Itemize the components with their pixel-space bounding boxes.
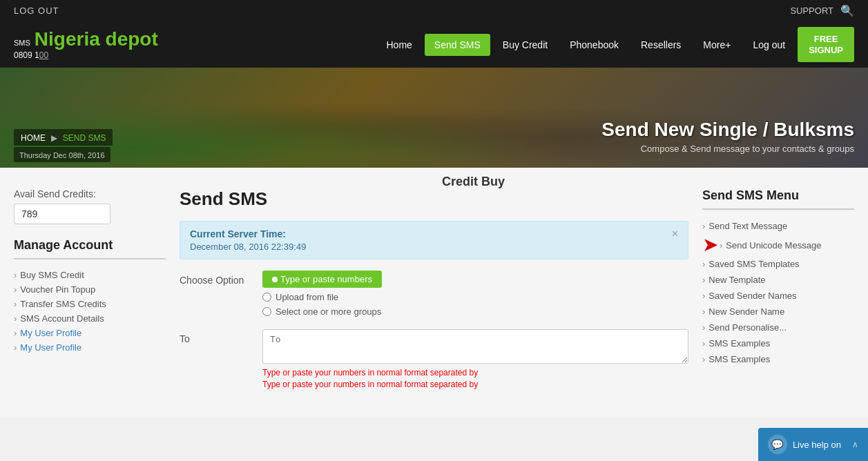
sidebar-link-voucher[interactable]: Voucher Pin Topup <box>14 282 166 297</box>
breadcrumb-separator: ▶ <box>51 133 57 143</box>
menu-saved-templates[interactable]: Saved SMS Templates <box>702 256 854 272</box>
form-title: Send SMS <box>180 188 688 210</box>
menu-new-template[interactable]: New Template <box>702 272 854 288</box>
option-type-paste[interactable]: Type or paste numbers <box>262 271 688 288</box>
sidebar-link-transfer[interactable]: Transfer SMS Credits <box>14 297 166 311</box>
type-paste-label: Type or paste numbers <box>280 274 372 284</box>
to-row: To Type or paste your numbers in normal … <box>180 329 688 389</box>
radio-dot <box>272 277 278 282</box>
sidebar: Avail Send Credits: Manage Account Buy S… <box>14 188 166 398</box>
logo-sms: SMS <box>14 39 30 47</box>
current-date: Thursday Dec 08th, 2016 <box>19 151 105 159</box>
menu-saved-sender-names[interactable]: Saved Sender Names <box>702 288 854 304</box>
nav-logout[interactable]: Log out <box>743 34 795 56</box>
nav-send-sms[interactable]: Send SMS <box>425 34 490 56</box>
logo-area: SMS Nigeria depot 0809 100 <box>14 30 158 60</box>
server-time-box: Current Server Time: December 08, 2016 2… <box>180 221 688 259</box>
choose-option-controls: Type or paste numbers Upload from file S… <box>262 271 688 321</box>
server-time-value: December 08, 2016 22:39:49 <box>190 242 306 252</box>
manage-divider <box>14 258 166 259</box>
manage-account-section: Manage Account Buy SMS Credit Voucher Pi… <box>14 238 166 355</box>
sidebar-link-buy-sms[interactable]: Buy SMS Credit <box>14 268 166 282</box>
nav-resellers[interactable]: Resellers <box>631 34 691 56</box>
choose-option-row: Choose Option Type or paste numbers Uplo… <box>180 271 688 321</box>
manage-account-title: Manage Account <box>14 238 166 253</box>
hero-banner: HOME ▶ SEND SMS Thursday Dec 08th, 2016 … <box>0 68 868 168</box>
sidebar-link-account[interactable]: SMS Account Details <box>14 311 166 326</box>
option-upload-file[interactable]: Upload from file <box>262 292 688 302</box>
to-controls: Type or paste your numbers in normal for… <box>262 329 688 389</box>
header-main: SMS Nigeria depot 0809 100 Home Send SMS… <box>0 21 868 68</box>
logo-text[interactable]: Nigeria depot <box>35 30 158 49</box>
radio-upload[interactable] <box>262 293 271 302</box>
menu-send-unicode[interactable]: Send Unicode Message <box>720 237 821 253</box>
hero-subtitle: Compose & Send message to your contacts … <box>601 144 854 154</box>
nav-phonebook[interactable]: Phonebook <box>560 34 628 56</box>
radio-groups[interactable] <box>262 307 271 316</box>
menu-sms-examples-2[interactable]: SMS Examples <box>702 351 854 367</box>
credits-box: Avail Send Credits: <box>14 188 166 224</box>
send-unicode-row: ➤ Send Unicode Message <box>702 235 854 255</box>
type-paste-button[interactable]: Type or paste numbers <box>262 271 382 288</box>
menu-send-personalised[interactable]: Send Personalise... <box>702 320 854 335</box>
credit-buy-label: Credit Buy <box>442 175 505 189</box>
credits-label: Avail Send Credits: <box>14 188 166 199</box>
menu-new-sender-name[interactable]: New Sender Name <box>702 304 854 320</box>
breadcrumb-home[interactable]: HOME <box>21 133 46 143</box>
groups-label: Select one or more groups <box>276 306 381 317</box>
nav-home[interactable]: Home <box>377 34 422 56</box>
logo-phone: 0809 100 <box>14 50 158 60</box>
menu-send-text[interactable]: Send Text Message <box>702 218 854 234</box>
sidebar-link-profile-2[interactable]: My User Profile <box>14 340 166 355</box>
date-bar: Thursday Dec 08th, 2016 <box>14 147 110 162</box>
breadcrumb-current: SEND SMS <box>63 133 106 143</box>
server-time-label: Current Server Time: <box>190 228 306 239</box>
to-input[interactable] <box>262 329 688 364</box>
choose-option-label: Choose Option <box>180 271 262 286</box>
hero-title: Send New Single / Bulksms <box>601 119 854 141</box>
nav-buy-credit[interactable]: Buy Credit <box>493 34 557 56</box>
right-menu-title: Send SMS Menu <box>702 188 854 203</box>
form-area: Send SMS Current Server Time: December 0… <box>180 188 688 398</box>
server-time-close-button[interactable]: × <box>672 228 678 239</box>
nav-more[interactable]: More+ <box>693 34 740 56</box>
main-content: Avail Send Credits: Manage Account Buy S… <box>0 168 868 418</box>
sidebar-link-profile-1[interactable]: My User Profile <box>14 326 166 340</box>
right-menu-divider <box>702 208 854 210</box>
header-top: LOG OUT SUPPORT 🔍 <box>0 0 868 21</box>
right-menu: Send SMS Menu Send Text Message ➤ Send U… <box>702 188 854 398</box>
nav-free-signup[interactable]: FREESIGNUP <box>798 27 854 62</box>
red-arrow-icon: ➤ <box>702 235 718 255</box>
option-select-groups[interactable]: Select one or more groups <box>262 306 688 317</box>
logout-link[interactable]: LOG OUT <box>14 6 59 16</box>
search-icon-button[interactable]: 🔍 <box>840 4 854 17</box>
input-help-1: Type or paste your numbers in normal for… <box>262 368 688 377</box>
menu-sms-examples-1[interactable]: SMS Examples <box>702 335 854 351</box>
support-area: SUPPORT 🔍 <box>790 4 854 17</box>
breadcrumb: HOME ▶ SEND SMS <box>14 129 113 146</box>
to-label: To <box>180 329 262 344</box>
input-help-2: Type or paste your numbers in normal for… <box>262 380 688 389</box>
support-link[interactable]: SUPPORT <box>790 6 833 16</box>
nav-menu: Home Send SMS Buy Credit Phonebook Resel… <box>377 27 855 62</box>
credits-value <box>14 204 110 224</box>
hero-title-area: Send New Single / Bulksms Compose & Send… <box>601 119 854 154</box>
upload-label: Upload from file <box>276 292 338 302</box>
